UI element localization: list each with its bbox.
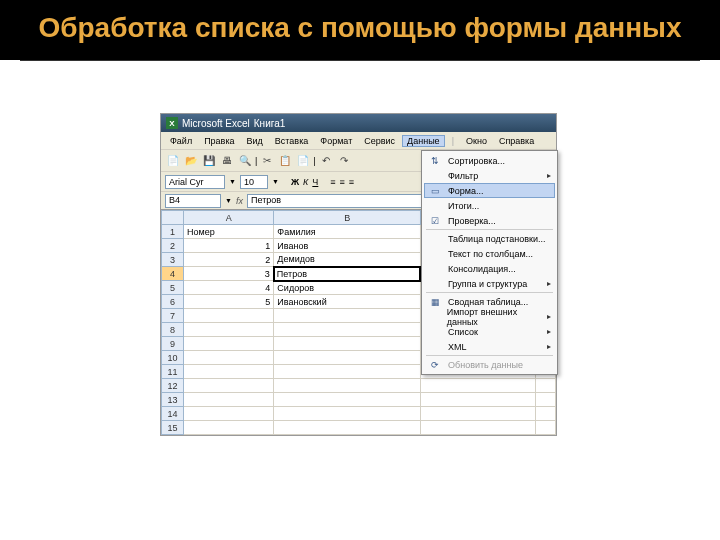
font-select[interactable]: Arial Cyr [165, 175, 225, 189]
bold-button[interactable]: Ж [291, 177, 299, 187]
menu-edit[interactable]: Правка [199, 135, 239, 147]
cell[interactable] [184, 309, 274, 323]
cell[interactable]: Сидоров [274, 281, 421, 295]
row-header[interactable]: 7 [162, 309, 184, 323]
cell[interactable] [184, 365, 274, 379]
menu-sort[interactable]: ⇅Сортировка... [424, 153, 555, 168]
menu-text-columns[interactable]: Текст по столбцам... [424, 246, 555, 261]
menu-view[interactable]: Вид [242, 135, 268, 147]
underline-button[interactable]: Ч [312, 177, 318, 187]
cell[interactable]: 3 [184, 267, 274, 281]
cell[interactable] [274, 393, 421, 407]
cell[interactable] [274, 309, 421, 323]
row-header[interactable]: 2 [162, 239, 184, 253]
col-header-b[interactable]: B [274, 211, 421, 225]
cell[interactable] [420, 379, 535, 393]
undo-icon[interactable]: ↶ [318, 153, 334, 169]
row-header[interactable]: 4 [162, 267, 184, 281]
align-right-icon[interactable]: ≡ [349, 177, 354, 187]
align-center-icon[interactable]: ≡ [340, 177, 345, 187]
menu-tools[interactable]: Сервис [359, 135, 400, 147]
cell[interactable]: 1 [184, 239, 274, 253]
cell[interactable] [184, 407, 274, 421]
cell[interactable] [274, 365, 421, 379]
name-box[interactable]: B4 [165, 194, 221, 208]
cell[interactable]: 2 [184, 253, 274, 267]
font-dropdown-icon[interactable]: ▼ [229, 178, 236, 185]
row-header[interactable]: 15 [162, 421, 184, 435]
select-all-cell[interactable] [162, 211, 184, 225]
menu-help[interactable]: Справка [494, 135, 539, 147]
cell[interactable]: Иванов [274, 239, 421, 253]
redo-icon[interactable]: ↷ [336, 153, 352, 169]
row-header[interactable]: 14 [162, 407, 184, 421]
menu-group[interactable]: Группа и структура▸ [424, 276, 555, 291]
align-left-icon[interactable]: ≡ [330, 177, 335, 187]
preview-icon[interactable]: 🔍 [237, 153, 253, 169]
cell[interactable] [274, 421, 421, 435]
row-header[interactable]: 12 [162, 379, 184, 393]
menu-format[interactable]: Формат [315, 135, 357, 147]
menu-list[interactable]: Список▸ [424, 324, 555, 339]
menu-consolidate[interactable]: Консолидация... [424, 261, 555, 276]
row-header[interactable]: 8 [162, 323, 184, 337]
cell[interactable]: Демидов [274, 253, 421, 267]
cell[interactable] [536, 407, 556, 421]
menu-data[interactable]: Данные [402, 135, 445, 147]
cell[interactable] [536, 379, 556, 393]
size-select[interactable]: 10 [240, 175, 268, 189]
cell[interactable] [184, 379, 274, 393]
row-header[interactable]: 11 [162, 365, 184, 379]
cell[interactable]: 5 [184, 295, 274, 309]
print-icon[interactable]: 🖶 [219, 153, 235, 169]
row-header[interactable]: 1 [162, 225, 184, 239]
cell[interactable]: Номер [184, 225, 274, 239]
cell[interactable] [274, 379, 421, 393]
menu-window[interactable]: Окно [461, 135, 492, 147]
row-header[interactable]: 3 [162, 253, 184, 267]
menu-filter[interactable]: Фильтр▸ [424, 168, 555, 183]
row-header[interactable]: 9 [162, 337, 184, 351]
cell[interactable] [184, 421, 274, 435]
col-header-a[interactable]: A [184, 211, 274, 225]
new-icon[interactable]: 📄 [165, 153, 181, 169]
row-header[interactable]: 10 [162, 351, 184, 365]
cell[interactable] [274, 351, 421, 365]
cell[interactable] [184, 337, 274, 351]
cell[interactable] [184, 393, 274, 407]
open-icon[interactable]: 📂 [183, 153, 199, 169]
menu-table[interactable]: Таблица подстановки... [424, 231, 555, 246]
cell[interactable] [184, 323, 274, 337]
menu-file[interactable]: Файл [165, 135, 197, 147]
row-header[interactable]: 13 [162, 393, 184, 407]
cell[interactable] [536, 393, 556, 407]
paste-icon[interactable]: 📄 [295, 153, 311, 169]
size-dropdown-icon[interactable]: ▼ [272, 178, 279, 185]
cell[interactable] [274, 323, 421, 337]
copy-icon[interactable]: 📋 [277, 153, 293, 169]
cell[interactable]: 4 [184, 281, 274, 295]
cell[interactable] [420, 407, 535, 421]
cell[interactable]: Фамилия [274, 225, 421, 239]
row-header[interactable]: 5 [162, 281, 184, 295]
fx-icon[interactable]: fx [236, 196, 243, 206]
cut-icon[interactable]: ✂ [259, 153, 275, 169]
cell[interactable] [274, 337, 421, 351]
menu-insert[interactable]: Вставка [270, 135, 313, 147]
menu-subtotals[interactable]: Итоги... [424, 198, 555, 213]
cell[interactable] [536, 421, 556, 435]
cell[interactable] [420, 421, 535, 435]
menu-import[interactable]: Импорт внешних данных▸ [424, 309, 555, 324]
namebox-dropdown-icon[interactable]: ▼ [225, 197, 232, 204]
menu-xml[interactable]: XML▸ [424, 339, 555, 354]
italic-button[interactable]: К [303, 177, 308, 187]
menu-validation[interactable]: ☑Проверка... [424, 213, 555, 228]
cell[interactable] [274, 407, 421, 421]
menu-form[interactable]: ▭Форма... [424, 183, 555, 198]
cell[interactable] [420, 393, 535, 407]
cell[interactable]: Ивановский [274, 295, 421, 309]
active-cell[interactable]: Петров [274, 267, 421, 281]
cell[interactable] [184, 351, 274, 365]
row-header[interactable]: 6 [162, 295, 184, 309]
save-icon[interactable]: 💾 [201, 153, 217, 169]
